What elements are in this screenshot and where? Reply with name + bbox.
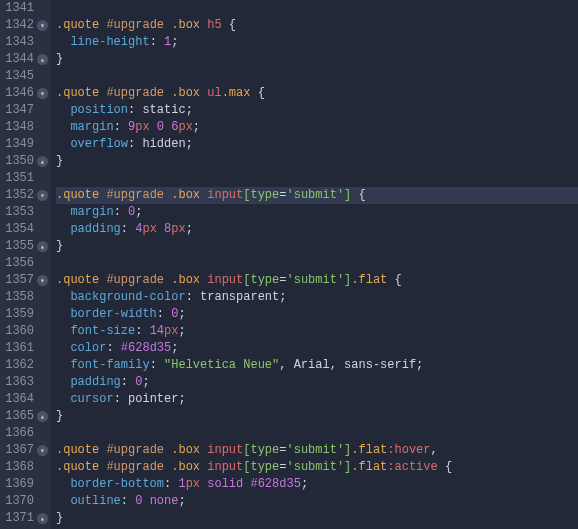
token-class: .flat — [351, 460, 387, 474]
token-punc: ; — [416, 358, 423, 372]
code-line[interactable]: .quote #upgrade .box input[type='submit'… — [56, 442, 578, 459]
token-id: #upgrade — [106, 188, 164, 202]
code-line[interactable]: cursor: pointer; — [56, 391, 578, 408]
code-line[interactable]: overflow: hidden; — [56, 136, 578, 153]
token-sp — [142, 324, 149, 338]
code-line[interactable]: border-bottom: 1px solid #628d35; — [56, 476, 578, 493]
fold-toggle-open-icon[interactable]: ▾ — [37, 20, 48, 31]
code-line[interactable]: padding: 0; — [56, 374, 578, 391]
token-str: "Helvetica Neue" — [164, 358, 279, 372]
fold-toggle-close-icon[interactable]: ▴ — [37, 54, 48, 65]
code-line[interactable]: line-height: 1; — [56, 34, 578, 51]
line-number: 1361 — [4, 340, 34, 357]
fold-toggle-open-icon[interactable]: ▾ — [37, 275, 48, 286]
token-punc: : — [150, 35, 157, 49]
line-number: 1364 — [4, 391, 34, 408]
token-indent — [56, 358, 70, 372]
token-punc: } — [56, 409, 63, 423]
token-punc: : — [114, 392, 121, 406]
code-line[interactable]: border-width: 0; — [56, 306, 578, 323]
fold-toggle-open-icon[interactable]: ▾ — [37, 88, 48, 99]
line-number: 1362 — [4, 357, 34, 374]
token-punc: : — [106, 341, 113, 355]
token-prop: margin — [70, 120, 113, 134]
code-line[interactable]: .quote #upgrade .box h5 { — [56, 17, 578, 34]
token-punc: ; — [171, 35, 178, 49]
code-line[interactable]: color: #628d35; — [56, 340, 578, 357]
token-unit: px — [171, 222, 185, 236]
token-prop: border-width — [70, 307, 156, 321]
token-punc: ; — [142, 375, 149, 389]
code-line[interactable]: } — [56, 153, 578, 170]
token-sp — [286, 358, 293, 372]
token-punc: : — [121, 222, 128, 236]
token-sp — [438, 460, 445, 474]
token-val: pointer — [128, 392, 178, 406]
line-number: 1370 — [4, 493, 34, 510]
code-area[interactable]: .quote #upgrade .box h5 { line-height: 1… — [50, 0, 578, 529]
token-class: .flat — [351, 273, 387, 287]
token-indent — [56, 324, 70, 338]
fold-toggle-close-icon[interactable]: ▴ — [37, 411, 48, 422]
code-line[interactable]: .quote #upgrade .box input[type='submit'… — [56, 272, 578, 289]
token-id: #upgrade — [106, 273, 164, 287]
code-line[interactable]: .quote #upgrade .box input[type='submit'… — [56, 187, 578, 204]
token-indent — [56, 392, 70, 406]
line-number: 1350 — [4, 153, 34, 170]
token-sp — [250, 86, 257, 100]
token-indent — [56, 120, 70, 134]
token-punc: { — [359, 188, 366, 202]
code-line[interactable]: font-family: "Helvetica Neue", Arial, sa… — [56, 357, 578, 374]
code-line[interactable] — [56, 425, 578, 442]
token-punc: ; — [171, 341, 178, 355]
token-class: .box — [171, 273, 200, 287]
code-line[interactable]: .quote #upgrade .box ul.max { — [56, 85, 578, 102]
token-punc: } — [56, 52, 63, 66]
token-val: hidden — [142, 137, 185, 151]
code-line[interactable] — [56, 68, 578, 85]
code-line[interactable]: background-color: transparent; — [56, 289, 578, 306]
token-punc: : — [114, 205, 121, 219]
token-kw: none — [150, 494, 179, 508]
line-number: 1359 — [4, 306, 34, 323]
code-line[interactable]: } — [56, 408, 578, 425]
code-line[interactable]: position: static; — [56, 102, 578, 119]
fold-toggle-close-icon[interactable]: ▴ — [37, 156, 48, 167]
fold-toggle-close-icon[interactable]: ▴ — [37, 513, 48, 524]
code-line[interactable] — [56, 0, 578, 17]
code-editor[interactable]: 1341134213431344134513461347134813491350… — [0, 0, 578, 529]
token-str: 'submit' — [286, 188, 344, 202]
code-line[interactable]: } — [56, 238, 578, 255]
token-punc: ; — [193, 120, 200, 134]
token-punc: { — [258, 86, 265, 100]
code-line[interactable]: } — [56, 51, 578, 68]
token-pseudo: :hover — [387, 443, 430, 457]
token-punc: { — [395, 273, 402, 287]
token-font: Arial — [294, 358, 330, 372]
code-line[interactable] — [56, 170, 578, 187]
token-indent — [56, 307, 70, 321]
code-line[interactable]: margin: 0; — [56, 204, 578, 221]
code-line[interactable] — [56, 255, 578, 272]
line-number: 1352 — [4, 187, 34, 204]
line-number: 1360 — [4, 323, 34, 340]
code-line[interactable]: outline: 0 none; — [56, 493, 578, 510]
fold-toggle-open-icon[interactable]: ▾ — [37, 445, 48, 456]
token-indent — [56, 222, 70, 236]
token-prop: outline — [70, 494, 120, 508]
token-num: 14 — [150, 324, 164, 338]
token-unit: px — [186, 477, 200, 491]
token-punc: : — [121, 375, 128, 389]
code-line[interactable]: font-size: 14px; — [56, 323, 578, 340]
code-line[interactable]: .quote #upgrade .box input[type='submit'… — [56, 459, 578, 476]
code-line[interactable]: } — [56, 510, 578, 527]
code-line[interactable]: margin: 9px 0 6px; — [56, 119, 578, 136]
fold-toggle-close-icon[interactable]: ▴ — [37, 241, 48, 252]
token-sp — [157, 358, 164, 372]
token-val: static — [142, 103, 185, 117]
token-sp — [193, 290, 200, 304]
line-number: 1349 — [4, 136, 34, 153]
fold-toggle-open-icon[interactable]: ▾ — [37, 190, 48, 201]
line-number: 1357 — [4, 272, 34, 289]
code-line[interactable]: padding: 4px 8px; — [56, 221, 578, 238]
